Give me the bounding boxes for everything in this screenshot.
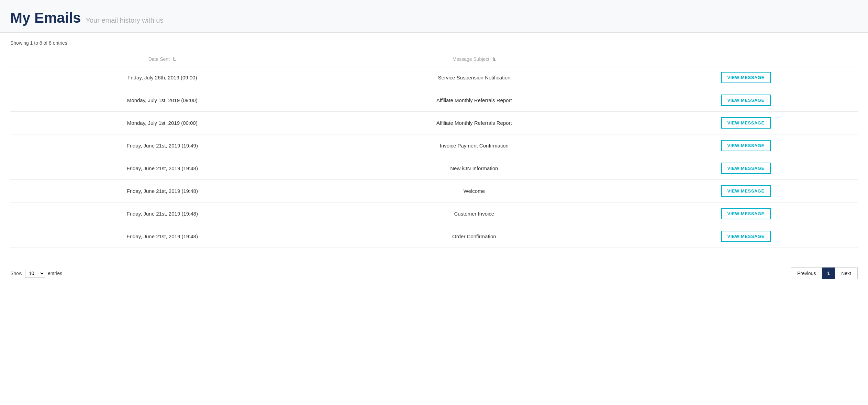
email-subject: Affiliate Monthly Referrals Report: [314, 89, 634, 112]
email-subject: Affiliate Monthly Referrals Report: [314, 112, 634, 134]
view-message-button[interactable]: VIEW MESSAGE: [721, 95, 771, 106]
view-message-button[interactable]: VIEW MESSAGE: [721, 231, 771, 242]
email-date: Friday, June 21st, 2019 (19:48): [10, 157, 314, 180]
show-label: Show: [10, 271, 22, 276]
page-subtitle: Your email history with us: [86, 17, 163, 24]
pagination: Previous 1 Next: [791, 267, 858, 279]
header: My Emails Your email history with us: [0, 0, 868, 33]
showing-entries-text: Showing 1 to 8 of 8 entries: [10, 38, 858, 48]
table-row: Friday, June 21st, 2019 (19:49)Invoice P…: [10, 134, 858, 157]
table-row: Monday, July 1st, 2019 (00:00)Affiliate …: [10, 112, 858, 134]
table-row: Monday, July 1st, 2019 (09:00)Affiliate …: [10, 89, 858, 112]
action-column-header: [634, 52, 858, 66]
email-date: Friday, June 21st, 2019 (19:48): [10, 180, 314, 203]
email-subject: Customer Invoice: [314, 203, 634, 225]
email-action: VIEW MESSAGE: [634, 180, 858, 203]
content-section: Showing 1 to 8 of 8 entries Date Sent ⇅ …: [0, 33, 868, 258]
table-row: Friday, June 21st, 2019 (19:48)WelcomeVI…: [10, 180, 858, 203]
page-title: My Emails: [10, 10, 81, 26]
email-date: Friday, July 26th, 2019 (09:00): [10, 66, 314, 89]
email-subject: New iON Information: [314, 157, 634, 180]
email-action: VIEW MESSAGE: [634, 134, 858, 157]
view-message-button[interactable]: VIEW MESSAGE: [721, 72, 771, 83]
email-date: Friday, June 21st, 2019 (19:49): [10, 134, 314, 157]
view-message-button[interactable]: VIEW MESSAGE: [721, 140, 771, 151]
table-row: Friday, June 21st, 2019 (19:48)New iON I…: [10, 157, 858, 180]
email-action: VIEW MESSAGE: [634, 89, 858, 112]
table-row: Friday, June 21st, 2019 (19:48)Order Con…: [10, 225, 858, 248]
view-message-button[interactable]: VIEW MESSAGE: [721, 185, 771, 197]
table-row: Friday, July 26th, 2019 (09:00)Service S…: [10, 66, 858, 89]
view-message-button[interactable]: VIEW MESSAGE: [721, 163, 771, 174]
entries-per-page-select[interactable]: 10 25 50 100: [25, 269, 45, 278]
date-sort-icon: ⇅: [173, 57, 176, 62]
email-subject: Welcome: [314, 180, 634, 203]
current-page: 1: [822, 267, 835, 279]
table-footer: Show 10 25 50 100 entries Previous 1 Nex…: [0, 261, 868, 285]
view-message-button[interactable]: VIEW MESSAGE: [721, 208, 771, 219]
date-sent-column-header[interactable]: Date Sent ⇅: [10, 52, 314, 66]
email-action: VIEW MESSAGE: [634, 112, 858, 134]
email-action: VIEW MESSAGE: [634, 203, 858, 225]
show-entries-control: Show 10 25 50 100 entries: [10, 269, 62, 278]
entries-label: entries: [48, 271, 62, 276]
subject-sort-icon: ⇅: [492, 57, 496, 62]
email-date: Friday, June 21st, 2019 (19:48): [10, 203, 314, 225]
table-row: Friday, June 21st, 2019 (19:48)Customer …: [10, 203, 858, 225]
email-date: Friday, June 21st, 2019 (19:48): [10, 225, 314, 248]
email-subject: Order Confirmation: [314, 225, 634, 248]
email-subject: Invoice Payment Confirmation: [314, 134, 634, 157]
email-date: Monday, July 1st, 2019 (00:00): [10, 112, 314, 134]
next-button[interactable]: Next: [835, 267, 858, 279]
email-subject: Service Suspension Notification: [314, 66, 634, 89]
email-action: VIEW MESSAGE: [634, 157, 858, 180]
email-date: Monday, July 1st, 2019 (09:00): [10, 89, 314, 112]
message-subject-column-header[interactable]: Message Subject ⇅: [314, 52, 634, 66]
email-action: VIEW MESSAGE: [634, 66, 858, 89]
previous-button[interactable]: Previous: [791, 267, 822, 279]
emails-table: Date Sent ⇅ Message Subject ⇅ Friday, Ju…: [10, 52, 858, 248]
email-action: VIEW MESSAGE: [634, 225, 858, 248]
view-message-button[interactable]: VIEW MESSAGE: [721, 117, 771, 129]
